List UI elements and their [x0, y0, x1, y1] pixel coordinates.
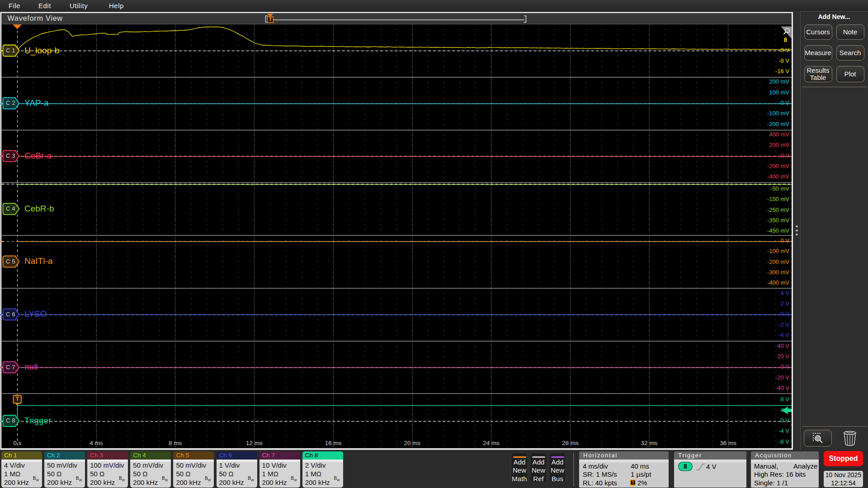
svg-text:T: T	[269, 17, 272, 22]
svg-text:8 ms: 8 ms	[169, 440, 182, 446]
svg-text:8 V: 8 V	[780, 396, 789, 403]
svg-text:24 ms: 24 ms	[483, 440, 500, 446]
svg-text:32 ms: 32 ms	[641, 440, 658, 446]
svg-text:-40 V: -40 V	[775, 385, 789, 391]
svg-text:2 V: 2 V	[780, 300, 789, 307]
svg-text:8: 8	[784, 37, 787, 43]
svg-text:-400 mV: -400 mV	[767, 279, 789, 286]
svg-text:20 ms: 20 ms	[404, 440, 421, 446]
svg-text:0 V: 0 V	[780, 99, 789, 106]
svg-text:CeBr-a: CeBr-a	[24, 151, 52, 160]
svg-text:400 mV: 400 mV	[769, 131, 789, 138]
svg-text:T: T	[15, 396, 19, 402]
svg-text:-8 V: -8 V	[778, 57, 789, 64]
svg-text:-300 mV: -300 mV	[767, 269, 789, 276]
svg-text:12 ms: 12 ms	[246, 440, 263, 446]
svg-text:-250 mV: -250 mV	[767, 206, 789, 213]
svg-text:C 6: C 6	[6, 311, 15, 318]
svg-text:0 s: 0 s	[13, 440, 21, 446]
svg-text:40 V: 40 V	[777, 343, 789, 349]
svg-text:C 5: C 5	[6, 258, 15, 265]
svg-text:T: T	[632, 480, 634, 484]
svg-text:YAP-a: YAP-a	[24, 98, 49, 108]
svg-text:-100 mV: -100 mV	[767, 110, 789, 117]
svg-text:null: null	[24, 362, 38, 371]
svg-text:-200 mV: -200 mV	[767, 121, 789, 127]
svg-text:NaITl-a: NaITl-a	[24, 256, 53, 266]
svg-text:-16 V: -16 V	[775, 68, 789, 75]
svg-text:0 V: 0 V	[780, 152, 789, 159]
svg-text:CebR-b: CebR-b	[24, 204, 54, 213]
svg-text:-350 mV: -350 mV	[767, 217, 789, 224]
svg-text:0 V: 0 V	[780, 363, 789, 370]
svg-text:-4 V: -4 V	[778, 427, 789, 434]
svg-text:C 4: C 4	[6, 206, 15, 212]
svg-text:0 V: 0 V	[780, 237, 789, 244]
svg-text:C 8: C 8	[6, 418, 15, 424]
svg-text:C 3: C 3	[6, 153, 15, 159]
svg-text:200 mV: 200 mV	[769, 141, 789, 148]
svg-text:20 V: 20 V	[777, 353, 789, 360]
svg-text:-50 mV: -50 mV	[770, 185, 789, 192]
svg-text:0 V: 0 V	[780, 417, 789, 424]
svg-text:LYSO: LYSO	[24, 309, 47, 319]
svg-text:C 2: C 2	[6, 100, 15, 106]
svg-text:4 ms: 4 ms	[90, 440, 103, 446]
svg-text:Waveform View: Waveform View	[8, 14, 63, 22]
svg-text:-450 mV: -450 mV	[767, 227, 789, 234]
svg-text:-8 V: -8 V	[778, 438, 789, 445]
svg-text:100 mV: 100 mV	[769, 89, 789, 96]
svg-text:-200 mV: -200 mV	[767, 163, 789, 169]
svg-text:-100 mV: -100 mV	[767, 248, 789, 254]
svg-text:C 1: C 1	[6, 47, 15, 54]
svg-text:-150 mV: -150 mV	[767, 196, 789, 202]
svg-text:-20 V: -20 V	[775, 374, 789, 381]
svg-text:-4 V: -4 V	[778, 332, 789, 338]
svg-text:28 ms: 28 ms	[562, 440, 579, 446]
svg-text:-200 mV: -200 mV	[767, 258, 789, 265]
svg-text:0 V: 0 V	[780, 47, 789, 53]
svg-text:Trigger: Trigger	[24, 416, 52, 425]
svg-text:4 V: 4 V	[780, 290, 789, 296]
svg-text:0 V: 0 V	[780, 310, 789, 317]
svg-text:16 ms: 16 ms	[325, 440, 342, 446]
svg-text:36 ms: 36 ms	[720, 440, 736, 446]
svg-text:200 mV: 200 mV	[769, 78, 789, 85]
svg-text:-400 mV: -400 mV	[767, 173, 789, 180]
svg-text:U_loop-b: U_loop-b	[24, 46, 59, 56]
svg-text:C 7: C 7	[6, 364, 15, 371]
svg-text:-2 V: -2 V	[778, 321, 789, 328]
svg-text:8: 8	[684, 462, 687, 469]
